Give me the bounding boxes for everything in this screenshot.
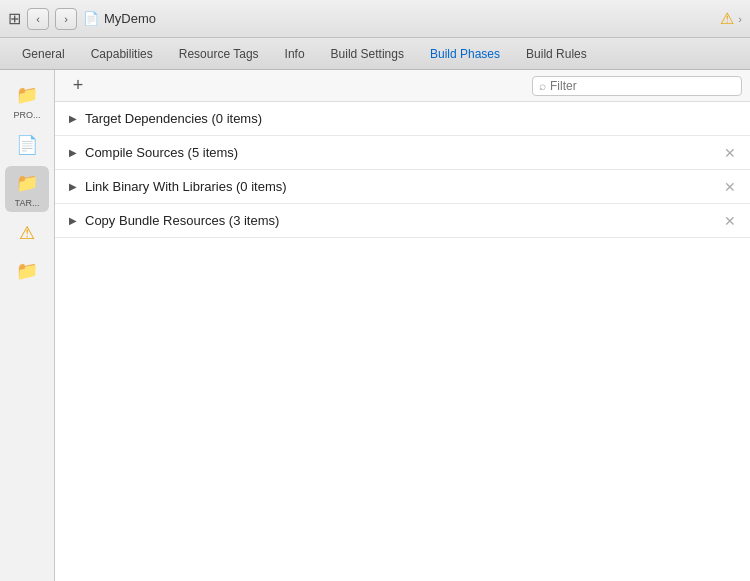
warning-small-icon: ⚠ <box>11 220 43 246</box>
phase-row-target-deps[interactable]: ▶ Target Dependencies (0 items) <box>55 102 750 136</box>
collapse-triangle-target-deps: ▶ <box>67 113 79 125</box>
close-link-binary-button[interactable]: ✕ <box>722 179 738 195</box>
tab-general[interactable]: General <box>10 43 77 65</box>
collapse-triangle-link-binary: ▶ <box>67 181 79 193</box>
sidebar-item-file[interactable]: 📄 <box>5 128 49 162</box>
sidebar-item-target-label: TAR... <box>15 198 40 208</box>
sidebar-item-project-label: PRO... <box>13 110 40 120</box>
target-icon: 📁 <box>11 170 43 196</box>
close-compile-sources-button[interactable]: ✕ <box>722 145 738 161</box>
phase-row-copy-bundle[interactable]: ▶ Copy Bundle Resources (3 items) ✕ <box>55 204 750 238</box>
tab-build-settings[interactable]: Build Settings <box>319 43 416 65</box>
title-chevron-icon: › <box>738 13 742 25</box>
chevron-left-icon: ‹ <box>36 13 40 25</box>
phase-label-link-binary: Link Binary With Libraries (0 items) <box>85 179 722 194</box>
sidebar-item-folder2[interactable]: 📁 <box>5 254 49 288</box>
close-copy-bundle-button[interactable]: ✕ <box>722 213 738 229</box>
window-title: 📄 MyDemo <box>83 11 156 26</box>
main-layout: 📁 PRO... 📄 📁 TAR... ⚠ 📁 + ⌕ <box>0 70 750 581</box>
phase-label-target-deps: Target Dependencies (0 items) <box>85 111 738 126</box>
filter-icon: ⌕ <box>539 79 546 93</box>
folder2-icon: 📁 <box>11 258 43 284</box>
phase-row-link-binary[interactable]: ▶ Link Binary With Libraries (0 items) ✕ <box>55 170 750 204</box>
collapse-triangle-compile-sources: ▶ <box>67 147 79 159</box>
chevron-right-icon: › <box>64 13 68 25</box>
tab-build-rules[interactable]: Build Rules <box>514 43 599 65</box>
filter-box[interactable]: ⌕ <box>532 76 742 96</box>
title-bar-right: ⚠ › <box>720 9 742 28</box>
tab-bar: General Capabilities Resource Tags Info … <box>0 38 750 70</box>
file-icon: 📄 <box>83 11 99 26</box>
filter-input[interactable] <box>550 79 735 93</box>
phase-label-copy-bundle: Copy Bundle Resources (3 items) <box>85 213 722 228</box>
add-phase-button[interactable]: + <box>67 75 89 97</box>
grid-icon[interactable]: ⊞ <box>8 9 21 28</box>
tab-capabilities[interactable]: Capabilities <box>79 43 165 65</box>
tab-info[interactable]: Info <box>273 43 317 65</box>
title-text: MyDemo <box>104 11 156 26</box>
phase-row-compile-sources[interactable]: ▶ Compile Sources (5 items) ✕ <box>55 136 750 170</box>
content-area: + ⌕ ▶ Target Dependencies (0 items) ▶ Co… <box>55 70 750 581</box>
sidebar-item-target[interactable]: 📁 TAR... <box>5 166 49 212</box>
title-bar: ⊞ ‹ › 📄 MyDemo ⚠ › <box>0 0 750 38</box>
content-toolbar: + ⌕ <box>55 70 750 102</box>
sidebar-item-warning[interactable]: ⚠ <box>5 216 49 250</box>
sidebar: 📁 PRO... 📄 📁 TAR... ⚠ 📁 <box>0 70 55 581</box>
tab-build-phases[interactable]: Build Phases <box>418 43 512 65</box>
nav-forward-button[interactable]: › <box>55 8 77 30</box>
phases-list: ▶ Target Dependencies (0 items) ▶ Compil… <box>55 102 750 581</box>
title-bar-left: ⊞ ‹ › 📄 MyDemo <box>8 8 156 30</box>
nav-back-button[interactable]: ‹ <box>27 8 49 30</box>
sidebar-item-project[interactable]: 📁 PRO... <box>5 78 49 124</box>
tab-resource-tags[interactable]: Resource Tags <box>167 43 271 65</box>
collapse-triangle-copy-bundle: ▶ <box>67 215 79 227</box>
file-blue-icon: 📄 <box>11 132 43 158</box>
project-icon: 📁 <box>11 82 43 108</box>
warning-icon: ⚠ <box>720 9 734 28</box>
phase-label-compile-sources: Compile Sources (5 items) <box>85 145 722 160</box>
